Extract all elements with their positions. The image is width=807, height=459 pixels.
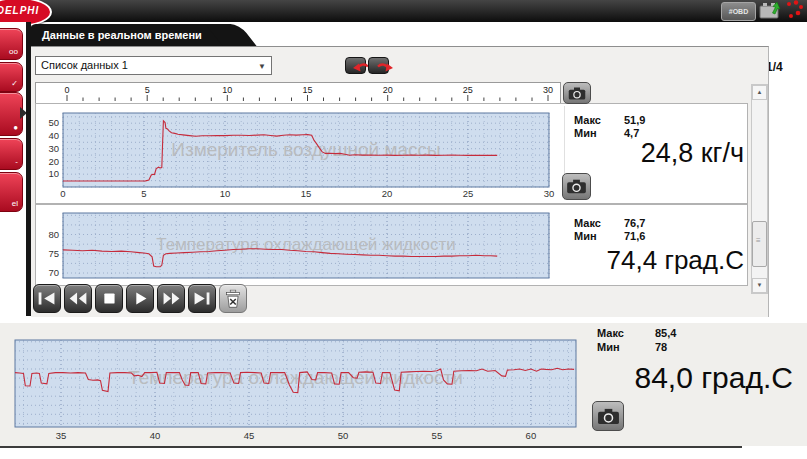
- svg-text:0: 0: [60, 188, 65, 199]
- svg-text:70: 70: [48, 267, 59, 278]
- svg-text:15: 15: [302, 85, 312, 95]
- current-value: 74,4 град.С: [556, 245, 744, 276]
- svg-text:40: 40: [48, 130, 59, 141]
- prev-page-button[interactable]: [345, 57, 366, 74]
- max-readout: Макс 85,4: [597, 327, 624, 339]
- signal-dots-icon: [784, 0, 806, 21]
- chevron-down-icon: ▼: [258, 58, 266, 75]
- svg-text:Измеритель воздушной массы: Измеритель воздушной массы: [171, 139, 440, 160]
- max-label: Макс: [574, 217, 601, 229]
- page-indicator: 1/4: [766, 60, 800, 74]
- max-label: Макс: [597, 327, 624, 339]
- svg-text:25: 25: [463, 85, 473, 95]
- snapshot-camera-button[interactable]: [563, 82, 591, 104]
- min-value: 78: [655, 341, 667, 353]
- bottom-data-window: Температура охлаждающей жидкости35404550…: [0, 323, 807, 446]
- delphi-diagnostics-window: DELPHI #OBD oo ✓ ● - el Данные в реально…: [0, 0, 807, 459]
- scroll-down-button[interactable]: ▼: [752, 278, 767, 293]
- svg-text:10: 10: [222, 85, 232, 95]
- air-mass-chart: Измеритель воздушной массы05101520253010…: [36, 104, 559, 201]
- data-list-select[interactable]: Список данных 1 ▼: [35, 56, 272, 75]
- max-readout: Макс 76,7: [574, 217, 601, 229]
- time-ruler: 051015202530: [35, 82, 561, 104]
- svg-text:30: 30: [48, 143, 59, 154]
- svg-text:45: 45: [244, 430, 255, 441]
- max-label: Макс: [574, 114, 601, 126]
- svg-text:20: 20: [383, 85, 393, 95]
- tab-label: Данные в реальном времени: [30, 24, 226, 46]
- svg-text:5: 5: [145, 85, 150, 95]
- svg-text:0: 0: [64, 85, 69, 95]
- stop-button[interactable]: [95, 284, 123, 313]
- svg-text:40: 40: [150, 430, 161, 441]
- playback-controls: [33, 284, 247, 313]
- min-readout: Мин 78: [597, 341, 620, 353]
- current-value: 24,8 кг/ч: [576, 138, 744, 169]
- svg-text:10: 10: [48, 168, 59, 179]
- obd-status-button[interactable]: #OBD: [721, 2, 756, 21]
- tab-realtime-data[interactable]: Данные в реальном времени: [30, 24, 226, 46]
- play-button[interactable]: [126, 284, 154, 313]
- sidebar-item-tools[interactable]: -: [0, 138, 23, 170]
- max-readout: Макс 51,9: [574, 114, 601, 126]
- svg-text:60: 60: [526, 430, 537, 441]
- skip-start-button[interactable]: [33, 284, 61, 313]
- fast-forward-button[interactable]: [157, 284, 185, 313]
- snapshot-camera-button[interactable]: [562, 173, 591, 200]
- sidebar-item-check[interactable]: ✓: [0, 62, 23, 92]
- svg-text:25: 25: [463, 188, 474, 199]
- chart-panel-air-mass: Измеритель воздушной массы05101520253010…: [35, 103, 748, 204]
- current-value: 84,0 град.С: [590, 361, 793, 395]
- svg-text:30: 30: [544, 188, 555, 199]
- title-bar: DELPHI #OBD: [0, 0, 807, 22]
- svg-text:35: 35: [56, 430, 67, 441]
- window-bottom-border: [0, 446, 742, 448]
- min-readout: Мин 71,6: [574, 230, 597, 242]
- svg-text:10: 10: [220, 188, 231, 199]
- next-page-button[interactable]: [368, 57, 389, 74]
- max-value: 85,4: [655, 327, 676, 339]
- svg-text:Температура охлаждающей жидкос: Температура охлаждающей жидкости: [128, 367, 463, 388]
- svg-text:30: 30: [543, 85, 553, 95]
- svg-text:5: 5: [141, 188, 146, 199]
- skip-end-button[interactable]: [188, 284, 216, 313]
- min-label: Мин: [574, 230, 597, 242]
- battery-status-icon[interactable]: [757, 1, 783, 20]
- coolant-chart-bottom: Температура охлаждающей жидкости35404550…: [13, 338, 579, 444]
- svg-text:20: 20: [382, 188, 393, 199]
- sidebar-item-diagnostics[interactable]: oo: [0, 28, 23, 60]
- sidebar-item-manual[interactable]: el: [0, 172, 23, 212]
- max-value: 76,7: [624, 217, 645, 229]
- svg-text:15: 15: [301, 188, 312, 199]
- svg-text:80: 80: [48, 229, 59, 240]
- svg-text:50: 50: [338, 430, 349, 441]
- chart-panel-coolant: Температура охлаждающей жидкости707580 М…: [35, 204, 748, 286]
- max-value: 51,9: [624, 114, 645, 126]
- min-label: Мин: [597, 341, 620, 353]
- rewind-button[interactable]: [64, 284, 92, 313]
- svg-text:55: 55: [432, 430, 443, 441]
- clear-data-button[interactable]: [219, 284, 247, 313]
- scroll-up-button[interactable]: ▲: [752, 85, 767, 100]
- svg-text:75: 75: [48, 248, 59, 259]
- vertical-scrollbar[interactable]: ▲ ▼: [751, 84, 768, 294]
- svg-text:50: 50: [48, 117, 59, 128]
- scrollbar-thumb[interactable]: [752, 221, 767, 267]
- svg-text:20: 20: [48, 156, 59, 167]
- coolant-chart: Температура охлаждающей жидкости707580: [36, 205, 559, 283]
- min-value: 71,6: [624, 230, 645, 242]
- data-list-value: Список данных 1: [41, 59, 128, 71]
- snapshot-camera-button[interactable]: [592, 401, 624, 431]
